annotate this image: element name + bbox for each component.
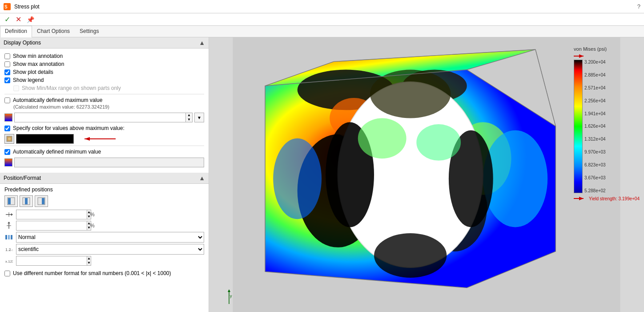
max-color-swatch[interactable] bbox=[4, 113, 12, 122]
decimal-down[interactable]: ▼ bbox=[87, 261, 91, 265]
auto-min-checkbox[interactable] bbox=[4, 149, 10, 155]
svg-rect-19 bbox=[8, 235, 10, 239]
max-value-spinner[interactable]: ▲ ▼ bbox=[185, 113, 193, 122]
svg-marker-57 bbox=[228, 289, 230, 292]
auto-max-checkbox[interactable] bbox=[4, 97, 10, 103]
accept-button[interactable]: ✓ bbox=[3, 14, 12, 24]
x-pct-label: % bbox=[90, 211, 95, 218]
left-panel: Display Options ▲ Show min annotation Sh… bbox=[0, 37, 209, 312]
legend-label-8: 6.823e+03 bbox=[584, 162, 606, 167]
display-options-content: Show min annotation Show max annotation … bbox=[0, 49, 209, 173]
svg-point-45 bbox=[358, 118, 407, 158]
predefined-positions-buttons bbox=[4, 195, 204, 207]
window-title: Stress plot bbox=[14, 4, 40, 10]
position-format-collapse[interactable]: ▲ bbox=[199, 174, 205, 182]
legend-labels: 3.200e+04 2.885e+04 2.571e+04 2.256e+04 … bbox=[584, 60, 606, 193]
specify-color-label: Specify color for values above maximum v… bbox=[13, 125, 125, 131]
tab-definition[interactable]: Definition bbox=[0, 26, 32, 37]
max-value-dropdown-btn[interactable]: ▼ bbox=[194, 113, 204, 122]
show-legend-checkbox[interactable] bbox=[4, 77, 10, 83]
min-value-row: 528.80334473 bbox=[4, 158, 204, 167]
auto-min-row: Automatically defined minimum value bbox=[4, 148, 204, 156]
max-arrow-icon bbox=[574, 53, 587, 59]
y-pct-label: % bbox=[90, 223, 95, 229]
min-value-input[interactable]: 528.80334473 bbox=[14, 158, 204, 167]
decimal-icon: x.123 bbox=[4, 256, 13, 265]
different-format-label: Use different number format for small nu… bbox=[13, 270, 171, 276]
auto-max-row: Automatically defined maximum value bbox=[4, 96, 204, 104]
specify-color-row: Specify color for values above maximum v… bbox=[4, 124, 204, 132]
svg-marker-16 bbox=[8, 222, 10, 223]
show-minmax-range-row: Show Min/Max range on shown parts only bbox=[4, 84, 204, 92]
predefined-positions-label: Predefined positions bbox=[4, 186, 204, 193]
display-options-header: Display Options ▲ bbox=[0, 37, 209, 49]
yield-label: Yield strength: 3.199e+04 bbox=[589, 196, 640, 201]
app-icon: S bbox=[4, 3, 11, 10]
x-position-input[interactable]: 52 bbox=[16, 210, 87, 219]
pin-button[interactable]: 📌 bbox=[25, 15, 36, 24]
tab-settings[interactable]: Settings bbox=[75, 26, 104, 37]
pos-btn-right[interactable] bbox=[35, 195, 48, 207]
y-position-input[interactable]: 28 bbox=[16, 221, 87, 231]
svg-marker-13 bbox=[11, 213, 13, 216]
show-legend-row: Show legend bbox=[4, 76, 204, 84]
show-max-annotation-row: Show max annotation bbox=[4, 60, 204, 68]
orientation-select[interactable]: Normal Horizontal Vertical bbox=[16, 232, 204, 243]
show-legend-label: Show legend bbox=[13, 77, 44, 83]
svg-point-43 bbox=[370, 70, 451, 118]
specify-color-checkbox[interactable] bbox=[4, 126, 10, 131]
decimal-input[interactable]: 3 bbox=[16, 256, 87, 266]
svg-rect-18 bbox=[5, 235, 7, 239]
min-color-swatch[interactable] bbox=[4, 158, 12, 166]
pos-btn-left[interactable] bbox=[4, 195, 18, 207]
max-value-down[interactable]: ▼ bbox=[186, 118, 192, 122]
legend-bar-container: 3.200e+04 2.885e+04 2.571e+04 2.256e+04 … bbox=[574, 60, 606, 193]
color-picker-button[interactable] bbox=[4, 134, 14, 144]
show-plot-details-checkbox[interactable] bbox=[4, 69, 10, 75]
svg-point-44 bbox=[374, 233, 447, 278]
legend-label-6: 1.312e+04 bbox=[584, 137, 606, 142]
yield-arrow-icon bbox=[574, 196, 587, 201]
different-format-checkbox[interactable] bbox=[4, 271, 10, 276]
show-max-annotation-label: Show max annotation bbox=[13, 61, 64, 67]
legend-label-2: 2.571e+04 bbox=[584, 85, 606, 90]
x-pos-icon bbox=[4, 210, 13, 219]
above-max-color-row bbox=[4, 134, 204, 144]
help-icon[interactable]: ? bbox=[637, 3, 640, 10]
format-select[interactable]: scientific fixed general bbox=[16, 244, 204, 255]
show-min-annotation-checkbox[interactable] bbox=[4, 53, 10, 59]
svg-text:S: S bbox=[4, 4, 8, 9]
tabs-container: Definition Chart Options Settings bbox=[0, 26, 644, 37]
legend-label-1: 2.885e+04 bbox=[584, 73, 606, 77]
decimal-spinner[interactable]: ▲ ▼ bbox=[87, 256, 91, 266]
svg-rect-20 bbox=[11, 235, 12, 239]
max-value-row: 32000 ▲ ▼ ▼ bbox=[4, 113, 204, 122]
show-min-annotation-label: Show min annotation bbox=[13, 53, 63, 59]
max-value-up[interactable]: ▲ bbox=[186, 113, 192, 118]
show-minmax-checkbox[interactable] bbox=[13, 85, 19, 91]
tab-chart-options[interactable]: Chart Options bbox=[32, 26, 75, 37]
display-options-collapse[interactable]: ▲ bbox=[199, 39, 205, 46]
show-plot-details-row: Show plot details bbox=[4, 68, 204, 76]
right-panel: von Mises (psi) bbox=[209, 37, 644, 312]
arrow-to-swatch bbox=[80, 135, 116, 142]
orientation-row: Normal Horizontal Vertical bbox=[4, 232, 204, 243]
divider-2 bbox=[4, 146, 204, 146]
show-max-annotation-checkbox[interactable] bbox=[4, 61, 10, 67]
different-format-row: Use different number format for small nu… bbox=[4, 269, 204, 277]
auto-min-label: Automatically defined minimum value bbox=[13, 149, 101, 155]
cancel-button[interactable]: ✕ bbox=[14, 14, 23, 24]
legend-label-5: 1.626e+04 bbox=[584, 124, 606, 129]
decimal-up[interactable]: ▲ bbox=[87, 256, 91, 261]
legend-label-3: 2.256e+04 bbox=[584, 98, 606, 103]
max-value-input[interactable]: 32000 bbox=[14, 113, 185, 122]
show-plot-details-label: Show plot details bbox=[13, 69, 53, 75]
legend-label-7: 9.970e+03 bbox=[584, 150, 606, 154]
pos-btn-center[interactable] bbox=[20, 195, 33, 207]
position-format-title: Position/Format bbox=[4, 175, 41, 181]
above-max-color-swatch[interactable] bbox=[16, 134, 74, 144]
position-format-header: Position/Format ▲ bbox=[0, 173, 209, 184]
x-position-row: 52 ▲ ▼ % bbox=[4, 210, 204, 219]
position-format-content: Predefined positions bbox=[0, 184, 209, 280]
show-minmax-label: Show Min/Max range on shown parts only bbox=[22, 85, 121, 91]
